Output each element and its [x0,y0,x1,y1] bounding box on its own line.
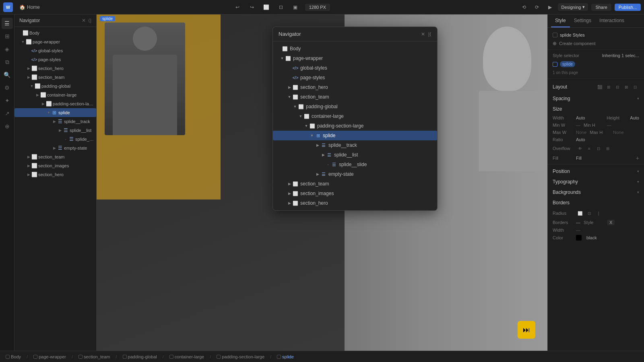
display-flex-col-icon[interactable]: ⊟ [613,83,621,91]
overflow-label: Overflow [553,146,573,151]
modal-collapse-icon[interactable]: |⟨ [428,31,431,37]
nav-item-section-team1[interactable]: ▼ ⬜ section_team [273,92,437,102]
backgrounds-section-header[interactable]: Backgrounds ▾ [548,187,644,197]
overflow-visible-icon[interactable]: 👁 [576,144,584,152]
display-block-icon[interactable]: ⬛ [596,83,604,91]
sidebar-item-padding-global[interactable]: ▼ ⬜ padding-global [14,82,96,90]
display-none-icon[interactable]: ⊡ [631,83,639,91]
color-row: Color black [548,234,644,242]
radius-all-icon[interactable]: ⬜ [576,209,584,217]
overflow-clip-icon[interactable]: ⊡ [594,144,603,152]
tab-interactions[interactable]: Interactions [595,14,628,27]
sidebar-item-section-team1[interactable]: ▶ ⬜ section_team [14,73,96,82]
sidebar-item-splide[interactable]: ▼ ⊞ splide [14,108,96,117]
expand-sidebar-icon[interactable]: ⟨| [88,18,91,23]
bottom-item-body[interactable]: Body [3,354,23,360]
nav-item-splide-slide[interactable]: - ☰ splide__slide [273,160,437,169]
nav-item-section-hero2[interactable]: ▶ ⬜ section_hero [273,198,437,208]
share-button[interactable]: Share [591,4,611,11]
nav-item-splide-list[interactable]: ▶ ☰ splide__list [273,150,437,160]
nav-item-splide-track[interactable]: ▶ ☰ splide__track [273,140,437,150]
tab-style[interactable]: Style [551,14,570,27]
crop-button[interactable]: ⊡ [276,2,286,12]
redo2-button[interactable]: ⟳ [532,2,542,12]
nav-item-page-wrapper[interactable]: ▼ ⬜ page-wrapper [273,53,437,63]
nav-item-section-images[interactable]: ▶ ⬜ section_images [273,189,437,198]
redo-button[interactable]: ↪ [247,2,257,12]
layout-button[interactable]: ▣ [291,2,300,12]
color-swatch[interactable] [576,235,582,241]
sidebar-item-empty-state[interactable]: ▶ ☰ empty-state [14,144,96,152]
size-width-row: Width Auto Height Auto [548,114,644,121]
search-icon[interactable]: 🔍 [2,69,13,80]
settings-icon[interactable]: ⊕ [2,121,13,132]
on-this-page-label: 1 on this page [553,70,578,75]
nav-item-body[interactable]: ⬜ Body [273,44,437,53]
navigator-icon[interactable]: ☰ [2,18,13,29]
nav-item-global-styles[interactable]: </> global-styles [273,63,437,73]
overflow-auto-icon[interactable]: ⊞ [604,144,612,152]
sidebar-item-page-styles[interactable]: </> page-styles [14,55,96,64]
create-component-row[interactable]: ⊕ Create component [548,39,644,48]
bottom-item-page-wrapper[interactable]: page-wrapper [31,354,68,360]
layout-section-header[interactable]: Layout ⬛ ⊞ ⊟ ⊠ ⊡ [548,80,644,93]
typography-section-header[interactable]: Typography ▾ [548,177,644,187]
spacing-section-header[interactable]: Spacing ▾ [548,93,644,104]
size-section-header[interactable]: Size [548,104,644,114]
style-badge[interactable]: splide [560,61,575,67]
nav-item-section-team2[interactable]: ▶ ⬜ section_team [273,179,437,189]
bottom-item-section-team[interactable]: section_team [76,354,112,360]
borders-section-header[interactable]: Borders [548,197,644,208]
tab-settings[interactable]: Settings [570,14,595,27]
frame-button[interactable]: ⬜ [262,2,271,12]
style-icon[interactable]: ✦ [2,95,13,106]
variables-icon[interactable]: ⚙ [2,82,13,93]
bottom-item-padding-global[interactable]: padding-global [120,354,159,360]
modal-close-icon[interactable]: ✕ [421,31,425,37]
nav-item-container-large[interactable]: ▼ ⬜ container-large [273,111,437,121]
bottom-item-container-large[interactable]: container-large [167,354,206,360]
nav-item-page-styles[interactable]: </> page-styles [273,73,437,82]
display-grid-icon[interactable]: ⊠ [622,83,630,91]
publish-button[interactable]: Publish... [615,4,641,11]
nav-item-empty-state[interactable]: ▶ ☰ empty-state [273,169,437,179]
display-flex-row-icon[interactable]: ⊞ [605,83,613,91]
fill-add-icon[interactable]: + [636,155,639,161]
sidebar-item-padding-section-large[interactable]: ▶ ⬜ padding-section-large [14,99,96,108]
toggle-icon: ▼ [309,133,315,138]
sidebar-item-body[interactable]: ⬜ Body [14,29,96,37]
home-button[interactable]: 🏠 Home [16,3,43,11]
nav-item-padding-section-large[interactable]: ▼ ⬜ padding-section-large [273,121,437,131]
close-sidebar-icon[interactable]: ✕ [82,18,86,23]
borders-width-row: Width — [548,226,644,234]
pages-icon[interactable]: ⊞ [2,31,13,42]
sidebar-item-splide-slide[interactable]: - ☰ splide__slide [14,135,96,144]
mode-selector[interactable]: Designing ▾ [558,3,588,11]
play-button[interactable]: ⏭ [518,321,535,339]
sidebar-item-section-images[interactable]: ▶ ⬜ section_images [14,161,96,170]
undo-button[interactable]: ↩ [233,2,242,12]
preview-button[interactable]: ▶ [545,2,555,12]
components-icon[interactable]: ⧉ [2,56,13,68]
sidebar-item-container-large[interactable]: ▶ ⬜ container-large [14,90,96,99]
nav-item-splide[interactable]: ▼ ⊞ splide [273,131,437,140]
sidebar-item-splide-list[interactable]: ▶ ☰ splide__list [14,126,96,135]
radius-label: Radius [553,211,573,216]
nav-item-section-hero1[interactable]: ▶ ⬜ section_hero [273,82,437,92]
undo2-button[interactable]: ⟲ [519,2,529,12]
sidebar-item-section-team2[interactable]: ▶ ⬜ section_team [14,152,96,161]
radius-individual-icon[interactable]: ⊡ [585,209,593,217]
sidebar-item-section-hero1[interactable]: ▶ ⬜ section_hero [14,64,96,73]
bottom-item-padding-section-large[interactable]: padding-section-large [214,354,267,360]
nav-item-padding-global[interactable]: ▼ ⬜ padding-global [273,102,437,111]
assets-icon[interactable]: ◈ [2,43,13,55]
sidebar-item-page-wrapper[interactable]: ▼ ⬜ page-wrapper [14,37,96,46]
sidebar-item-global-styles[interactable]: </> global-styles [14,46,96,55]
bottom-item-splide[interactable]: splide [275,354,296,360]
sidebar-item-section-hero2[interactable]: ▶ ⬜ section_hero [14,170,96,179]
overflow-scroll-icon[interactable]: ≡ [585,144,593,152]
export-icon[interactable]: ↗ [2,108,13,119]
sidebar-item-splide-track[interactable]: ▶ ☰ splide__track [14,117,96,126]
radius-link-icon[interactable]: | [594,209,603,217]
position-section-header[interactable]: Position ▾ [548,166,644,177]
